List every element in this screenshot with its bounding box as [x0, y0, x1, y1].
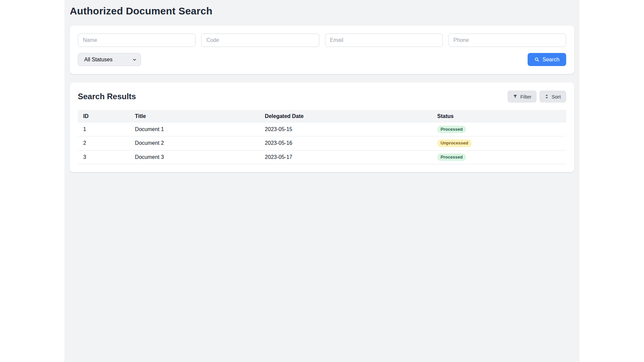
cell-title: Document 2 [129, 136, 259, 150]
cell-delegated-date: 2023-05-17 [260, 150, 432, 164]
table-header-row: ID Title Delegated Date Status [78, 110, 566, 123]
status-badge: Processed [437, 126, 466, 133]
sort-icon [545, 94, 549, 99]
table-row: 3 Document 3 2023-05-17 Processed [78, 150, 566, 164]
search-results-card: Search Results Filter Sort [70, 82, 574, 172]
cell-delegated-date: 2023-05-15 [260, 123, 432, 136]
search-button[interactable]: Search [528, 53, 566, 66]
cell-id: 2 [78, 136, 129, 150]
filter-button-label: Filter [520, 94, 531, 100]
name-input[interactable] [78, 34, 196, 47]
results-header: Search Results Filter Sort [78, 90, 566, 103]
search-form-card: All Statuses Search [70, 25, 574, 74]
filter-button[interactable]: Filter [507, 90, 537, 103]
search-controls-row: All Statuses Search [78, 53, 566, 66]
search-button-label: Search [542, 57, 559, 63]
cell-status: Processed [432, 123, 566, 136]
cell-status: Processed [432, 150, 566, 164]
cell-id: 3 [78, 150, 129, 164]
sort-button[interactable]: Sort [539, 90, 566, 103]
email-input[interactable] [325, 34, 443, 47]
results-heading: Search Results [78, 92, 136, 101]
page-container: Authorized Document Search All Statuses [64, 0, 580, 362]
cell-delegated-date: 2023-05-16 [260, 136, 432, 150]
search-inputs-row [78, 34, 566, 47]
column-header-delegated-date: Delegated Date [260, 110, 432, 123]
page-title: Authorized Document Search [70, 5, 574, 17]
results-table: ID Title Delegated Date Status 1 Documen… [78, 110, 566, 164]
status-badge: Unprocessed [437, 139, 472, 147]
cell-id: 1 [78, 123, 129, 136]
column-header-status: Status [432, 110, 566, 123]
search-icon [534, 57, 539, 62]
status-select[interactable]: All Statuses [78, 53, 141, 66]
table-row: 2 Document 2 2023-05-16 Unprocessed [78, 136, 566, 150]
code-input[interactable] [201, 34, 319, 47]
cell-title: Document 3 [129, 150, 259, 164]
status-badge: Processed [437, 154, 466, 161]
cell-status: Unprocessed [432, 136, 566, 150]
results-toolbar: Filter Sort [507, 90, 566, 103]
table-row: 1 Document 1 2023-05-15 Processed [78, 123, 566, 136]
status-select-wrap: All Statuses [78, 53, 141, 66]
column-header-title: Title [129, 110, 259, 123]
cell-title: Document 1 [129, 123, 259, 136]
filter-icon [513, 94, 518, 99]
sort-button-label: Sort [551, 94, 561, 100]
column-header-id: ID [78, 110, 129, 123]
phone-input[interactable] [448, 34, 566, 47]
